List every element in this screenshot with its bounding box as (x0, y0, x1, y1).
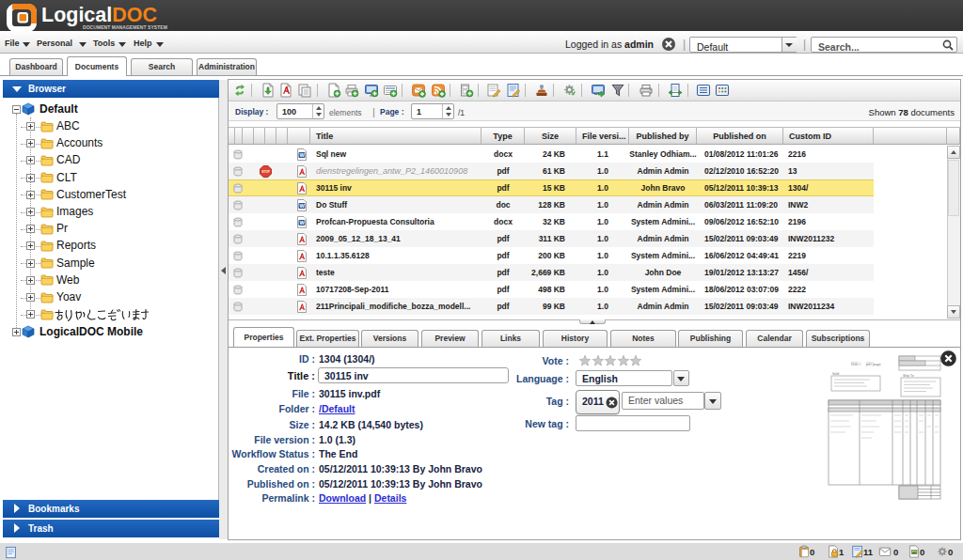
svg-text:W: W (299, 220, 305, 226)
svg-text:Sold:: Sold: (832, 372, 840, 376)
svg-text:per page: per page (866, 362, 882, 366)
svg-text:STOP: STOP (261, 170, 270, 174)
svg-text:W: W (299, 203, 305, 209)
svg-text:Ship To: Ship To (903, 374, 914, 378)
svg-text:Use #: Use # (851, 362, 861, 366)
svg-text:W: W (299, 152, 305, 158)
